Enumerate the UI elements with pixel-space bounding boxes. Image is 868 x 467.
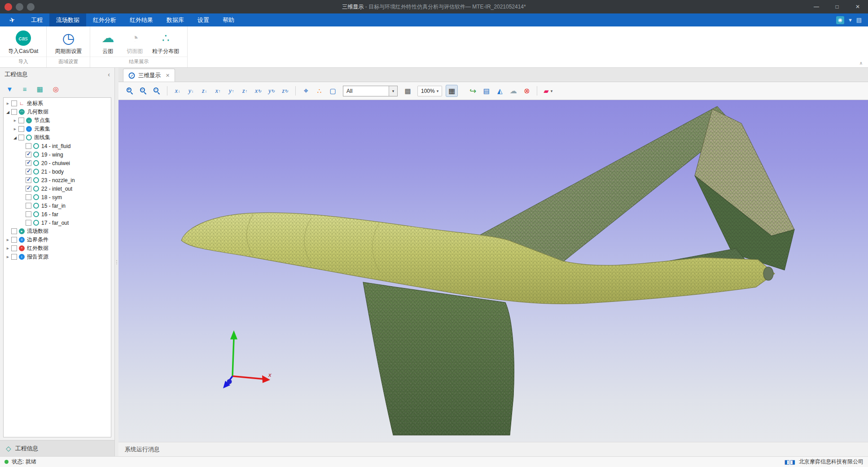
tree-item-face-21-body[interactable]: 21 - body <box>4 167 111 176</box>
menu-tab-help[interactable]: 帮助 <box>216 13 241 26</box>
tree-checkbox[interactable] <box>26 169 31 175</box>
cloud-map-button[interactable]: ☁ 云图 <box>96 30 120 55</box>
tree-checkbox[interactable] <box>11 245 17 251</box>
panel-collapse-icon[interactable]: ‹ <box>108 71 110 78</box>
tree-checkbox[interactable] <box>11 237 17 243</box>
caret-down-icon[interactable]: ▾ <box>849 17 852 23</box>
tree-item-face-23-nozzle-in[interactable]: 23 - nozzle_in <box>4 176 111 184</box>
grid-view-icon[interactable]: ▦ <box>37 86 43 92</box>
view-z-reverse-button[interactable]: z↑ <box>239 85 251 97</box>
mesh-grid-toggle[interactable]: ▦ <box>446 85 458 97</box>
menu-tab-flow-data[interactable]: 流场数据 <box>49 13 86 26</box>
tree-item-infrared-data[interactable]: ▶*红外数据 <box>4 244 111 253</box>
rotate-x-button[interactable]: x↻ <box>252 85 264 97</box>
tree-checkbox[interactable] <box>26 211 31 217</box>
list-view-icon[interactable]: ≡ <box>23 86 27 92</box>
tree-expander-icon[interactable]: ▶ <box>5 255 11 259</box>
tree-checkbox[interactable] <box>26 194 31 200</box>
view-y-reverse-button[interactable]: y↑ <box>225 85 237 97</box>
snapshot-image-button[interactable]: ▤ <box>480 85 492 97</box>
tree-item-element-set[interactable]: ▶◦元素集 <box>4 125 111 133</box>
save-view-button[interactable]: ▰▾ <box>541 85 555 97</box>
tree-checkbox[interactable] <box>26 186 31 192</box>
menu-tab-settings[interactable]: 设置 <box>191 13 216 26</box>
slice-map-button[interactable]: ◔ 切面图 <box>123 30 147 55</box>
menu-tab-project[interactable]: 工程 <box>24 13 49 26</box>
export-share-button[interactable]: ↪ <box>467 85 479 97</box>
tree-checkbox[interactable] <box>26 143 31 149</box>
tree-checkbox[interactable] <box>11 100 17 106</box>
tree-checkbox[interactable] <box>18 135 24 140</box>
menu-tab-ir-analysis[interactable]: 红外分析 <box>86 13 123 26</box>
particle-distribution-button[interactable]: ∴ 粒子分布图 <box>149 30 182 55</box>
tree-item-face-set[interactable]: ◢面线集 <box>4 133 111 142</box>
viewport-3d[interactable]: x <box>118 100 868 442</box>
mirror-display-button[interactable]: ◭ <box>494 85 506 97</box>
tree-expander-icon[interactable]: ▶ <box>5 102 11 105</box>
account-badge-icon[interactable]: ◉ <box>836 16 844 24</box>
tree-item-face-18-sym[interactable]: 18 - sym <box>4 193 111 201</box>
tree-item-face-15-far-in[interactable]: 15 - far_in <box>4 201 111 210</box>
tree-expander-icon[interactable]: ◢ <box>12 135 18 140</box>
app-logo-red[interactable] <box>4 3 12 11</box>
tree-checkbox[interactable] <box>26 220 31 226</box>
tree-expander-icon[interactable]: ◢ <box>5 110 11 114</box>
dock-layout-left-icon[interactable]: ◧ <box>784 458 789 465</box>
combo-dropdown-icon[interactable]: ▾ <box>389 86 397 96</box>
import-cas-dat-button[interactable]: cas 导入Cas/Dat <box>5 30 41 55</box>
view-y-button[interactable]: y↓ <box>185 85 197 97</box>
view-x-button[interactable]: x↓ <box>171 85 184 97</box>
probe-point-button[interactable]: ⌖ <box>300 85 312 97</box>
clear-results-button[interactable]: ⊗ <box>521 85 533 97</box>
view-z-button[interactable]: z↓ <box>198 85 210 97</box>
tab-close-icon[interactable]: ✕ <box>166 73 170 79</box>
menu-tab-ir-results[interactable]: 红外结果 <box>123 13 160 26</box>
tree-checkbox[interactable] <box>26 203 31 209</box>
tree-checkbox[interactable] <box>18 126 24 132</box>
tree-expander-icon[interactable]: ▶ <box>5 238 11 242</box>
tree-checkbox[interactable] <box>11 228 17 234</box>
zoom-fit-button[interactable]: ▫ <box>151 85 163 97</box>
particle-trace-button[interactable]: ∴ <box>313 85 325 97</box>
region-select-button[interactable]: ▢ <box>327 85 339 97</box>
tree-item-report-resource[interactable]: ▶i报告资源 <box>4 253 111 261</box>
origin-target-icon[interactable]: ◎ <box>53 86 59 92</box>
panel-bottom-tab[interactable]: ◇ 工程信息 <box>0 440 114 456</box>
tree-checkbox[interactable] <box>26 177 31 183</box>
tree-item-boundary-cond[interactable]: ▶≡边界条件 <box>4 236 111 244</box>
menu-tab-database[interactable]: 数据库 <box>160 13 191 26</box>
minimize-button[interactable]: — <box>806 0 827 13</box>
tree-expander-icon[interactable]: ▶ <box>5 247 11 250</box>
tree-checkbox[interactable] <box>11 109 17 115</box>
dock-layout-right-icon[interactable]: ◨ <box>790 458 795 465</box>
tree-item-flow-field-data[interactable]: ▸流场数据 <box>4 227 111 236</box>
zoom-percent-combo[interactable]: 100%▾ <box>417 86 442 96</box>
tree-item-face-19-wing[interactable]: 19 - wing <box>4 150 111 159</box>
rotate-z-button[interactable]: z↻ <box>279 85 291 97</box>
layout-grid-icon[interactable]: ▤ <box>856 17 862 23</box>
panel-splitter[interactable]: ⋮ <box>115 68 118 456</box>
app-icon-gray-2[interactable] <box>27 3 35 11</box>
tree-item-face-16-far[interactable]: 16 - far <box>4 210 111 218</box>
tree-checkbox[interactable] <box>11 254 17 260</box>
tree-item-geometry-data[interactable]: ◢◠几何数据 <box>4 108 111 116</box>
periodic-face-button[interactable]: ◷ 周期面设置 <box>52 30 84 55</box>
maximize-button[interactable]: □ <box>827 0 847 13</box>
view-x-reverse-button[interactable]: x↑ <box>212 85 224 97</box>
rotate-y-button[interactable]: y↻ <box>266 85 278 97</box>
ribbon-collapse-chevron-icon[interactable]: ∧ <box>859 61 863 65</box>
tree-item-face-17-far-out[interactable]: 17 - far_out <box>4 218 111 227</box>
tree-checkbox[interactable] <box>18 118 24 123</box>
tree-item-face-20-chuiwei[interactable]: 20 - chuiwei <box>4 159 111 167</box>
tree-checkbox[interactable] <box>26 160 31 166</box>
zoom-out-button[interactable]: − <box>137 85 149 97</box>
tree-expander-icon[interactable]: ▶ <box>12 127 18 131</box>
viewport-canvas[interactable]: x <box>118 100 868 442</box>
tree-expander-icon[interactable]: ▶ <box>12 119 18 122</box>
zoom-in-button[interactable]: + <box>124 85 136 97</box>
tree-item-face-22-inlet-out[interactable]: 22 - inlet_out <box>4 184 111 193</box>
texture-pattern-button[interactable]: ▩ <box>402 85 414 97</box>
display-filter-combo[interactable]: All▾ <box>343 86 398 96</box>
app-icon-gray-1[interactable] <box>16 3 23 11</box>
tab-3d-display[interactable]: 三维显示 ✕ <box>123 69 175 82</box>
